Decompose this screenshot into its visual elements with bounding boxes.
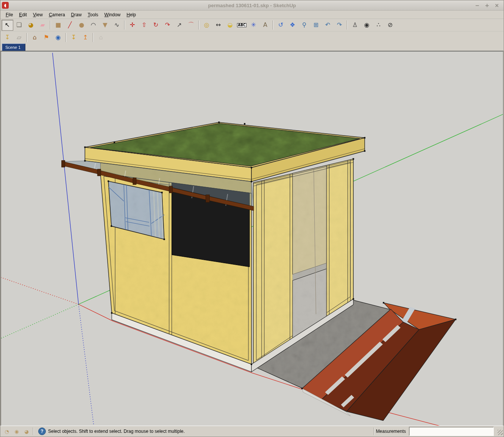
menu-item[interactable]: Camera xyxy=(46,11,68,18)
scene-tab-1[interactable]: Scene 1 xyxy=(2,44,25,51)
dimension-tool[interactable]: ↔ xyxy=(212,20,224,31)
select-tool[interactable]: ↖ xyxy=(2,20,13,31)
credits-status-icon[interactable]: ◉ xyxy=(13,428,20,435)
rectangle-tool[interactable]: ■ xyxy=(52,20,64,31)
toolbar-separator xyxy=(27,33,27,42)
zoom-tool[interactable]: ⚲ xyxy=(298,20,310,31)
zoom-extents-tool[interactable]: ⊞ xyxy=(310,20,322,31)
toolbar-separator xyxy=(198,20,199,30)
section-plane-tool[interactable]: ⊘ xyxy=(384,20,396,31)
3d-text-tool[interactable]: A xyxy=(259,20,271,31)
menu-item[interactable]: Edit xyxy=(16,11,30,18)
toolbar-separator xyxy=(93,33,94,42)
add-location-button[interactable]: ⚑ xyxy=(41,32,52,43)
eraser-tool[interactable]: ▰ xyxy=(37,20,48,31)
axes-tool[interactable]: ✳ xyxy=(248,20,259,31)
paint-bucket-tool[interactable]: ◕ xyxy=(25,20,37,31)
push-pull-tool[interactable]: ⇧ xyxy=(138,20,150,31)
toolbar-separator xyxy=(124,20,125,30)
measurements-label: Measurements xyxy=(376,429,406,434)
move-tool[interactable]: ✛ xyxy=(126,20,138,31)
resize-grip[interactable] xyxy=(498,430,503,435)
model-canvas[interactable] xyxy=(1,52,504,426)
components-button[interactable]: ⌂ xyxy=(95,32,107,43)
tape-measure-tool[interactable]: ◎ xyxy=(201,20,212,31)
titlebar: ◖ permashed 130611-01.skp - SketchUp − +… xyxy=(0,0,504,11)
statusbar: ◔ ◉ ◕ ? Select objects. Shift to extend … xyxy=(0,426,504,437)
look-around-tool[interactable]: ◉ xyxy=(361,20,373,31)
make-component-tool[interactable]: ❏ xyxy=(13,20,25,31)
offset-tool[interactable]: ⌒ xyxy=(185,20,197,31)
google-earth-button[interactable]: ◉ xyxy=(52,32,64,43)
follow-me-tool[interactable]: ↷ xyxy=(162,20,173,31)
toggle-terrain-button[interactable]: ▱ xyxy=(13,32,25,43)
status-separator xyxy=(33,428,34,435)
rotate-tool[interactable]: ↻ xyxy=(150,20,162,31)
status-message: Select objects. Shift to extend select. … xyxy=(48,429,185,434)
photo-textures-button[interactable]: ⌂ xyxy=(29,32,41,43)
get-current-view-button[interactable]: ↧ xyxy=(2,32,13,43)
walk-tool[interactable]: ∴ xyxy=(373,20,384,31)
menu-item[interactable]: File xyxy=(3,11,16,18)
pan-tool[interactable]: ❖ xyxy=(287,20,298,31)
model-viewport[interactable] xyxy=(0,51,504,426)
menu-item[interactable]: Draw xyxy=(68,11,85,18)
protractor-tool[interactable]: ◒ xyxy=(224,20,236,31)
toolbar-separator xyxy=(50,20,51,30)
menubar: File Edit View Camera Draw Tools Window … xyxy=(0,11,504,19)
help-icon[interactable]: ? xyxy=(38,428,46,435)
scale-tool[interactable]: ↗ xyxy=(173,20,185,31)
minimize-button[interactable]: − xyxy=(475,2,480,8)
toolbar-separator xyxy=(66,33,66,42)
menu-item[interactable]: Help xyxy=(123,11,139,18)
get-models-button[interactable]: ↧ xyxy=(68,32,80,43)
toolbar-separator xyxy=(347,20,348,30)
measurements-input[interactable] xyxy=(409,427,494,436)
window-title: permashed 130611-01.skp - SketchUp xyxy=(0,3,504,8)
arc-tool[interactable]: ◠ xyxy=(87,20,99,31)
main-toolbar: ↖ ❏ ◕ ▰ ■ ╱ ● xyxy=(0,19,504,31)
menu-item[interactable]: Window xyxy=(101,11,124,18)
circle-tool[interactable]: ● xyxy=(76,20,87,31)
geolocation-status-icon[interactable]: ◔ xyxy=(3,428,11,435)
position-camera-tool[interactable]: ♙ xyxy=(349,20,361,31)
close-button[interactable]: × xyxy=(495,2,499,8)
secondary-toolbar: ↧ ▱ ⌂ ⚑ ◉ ↧ ↥ xyxy=(0,31,504,43)
orbit-tool[interactable]: ↺ xyxy=(275,20,287,31)
menu-item[interactable]: View xyxy=(30,11,46,18)
status-separator xyxy=(374,428,374,435)
line-tool[interactable]: ╱ xyxy=(64,20,76,31)
sketchup-window: ◖ permashed 130611-01.skp - SketchUp − +… xyxy=(0,0,504,437)
sketchup-logo-icon: ◖ xyxy=(2,2,9,9)
scene-tab-bar: Scene 1 xyxy=(0,43,504,51)
claim-credit-status-icon[interactable]: ◕ xyxy=(23,428,30,435)
share-model-button[interactable]: ↥ xyxy=(80,32,91,43)
next-view-tool[interactable]: ↷ xyxy=(334,20,345,31)
text-tool[interactable]: ABC xyxy=(236,20,248,31)
polygon-tool[interactable]: ▼ xyxy=(99,20,111,31)
toolbar-separator xyxy=(273,20,273,30)
freehand-tool[interactable]: ∿ xyxy=(111,20,123,31)
maximize-button[interactable]: + xyxy=(485,2,490,8)
previous-view-tool[interactable]: ↶ xyxy=(322,20,334,31)
menu-item[interactable]: Tools xyxy=(85,11,101,18)
